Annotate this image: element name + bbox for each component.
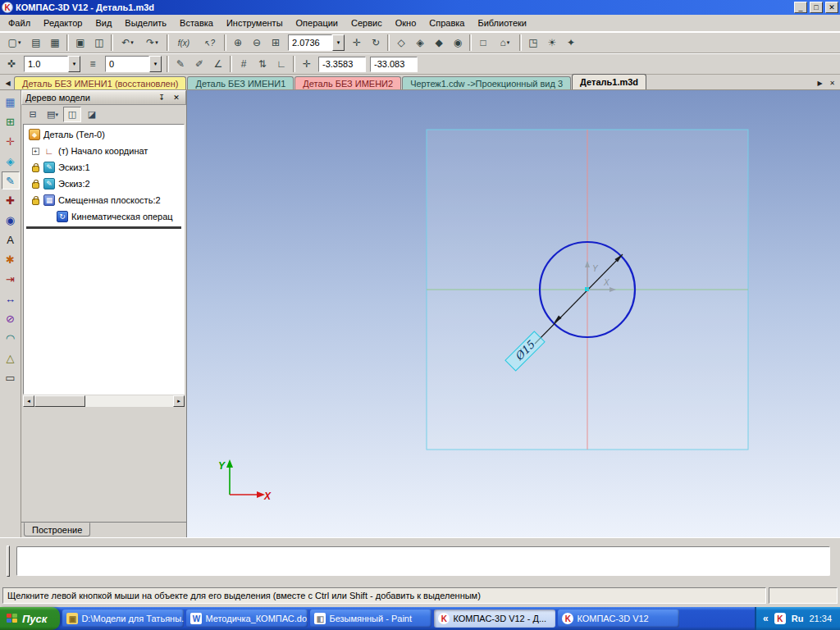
cursor-y-field[interactable]: -33.083 [370,57,418,72]
menu-item-view[interactable]: Вид [89,16,118,30]
toolbar-button-grid-toggle[interactable]: # [235,55,253,73]
tray-kompas-icon[interactable]: K [774,613,786,624]
minimize-button[interactable]: _ [794,2,807,13]
tree-toolbar-button-display-structure[interactable]: ◫ [63,107,81,122]
close-button[interactable]: ✕ [825,2,838,13]
chevron-down-icon[interactable]: ▾ [149,56,162,72]
toolbar-button-snap-settings[interactable]: ✜ [2,55,21,73]
cursor-x-field[interactable]: -3.3583 [318,57,366,72]
pin-icon[interactable]: ↧ [156,93,167,103]
menu-item-insert[interactable]: Вставка [173,16,220,30]
toolbar-button-context-help[interactable]: ↖? [197,34,221,52]
scrollbar-track[interactable] [34,395,173,407]
property-bar-grip[interactable] [7,546,10,577]
doc-tab-detail-noname2[interactable]: Деталь БЕЗ ИМЕНИ2 [294,76,401,89]
doc-tab-detail1-m3d[interactable]: Деталь1.m3d [572,74,646,89]
toolbar-button-display-shaded[interactable]: ◆ [430,34,448,52]
toolbar-button-zoom-in[interactable]: ⊕ [229,34,247,52]
toolbar-button-save-document[interactable]: ▦ [46,34,64,52]
taskbar-button-kompas-active[interactable]: K КОМПАС-3D V12 - Д... [434,609,555,628]
toolbar-button-hide-construction[interactable]: ◳ [524,34,542,52]
side-tool-measure-3d[interactable]: ✎ [2,171,20,189]
tree-toolbar-button-view-composition[interactable]: ▤ [43,107,62,122]
menu-item-file[interactable]: Файл [2,16,37,30]
toolbar-button-undo[interactable]: ↶ [116,34,139,52]
scrollbar-thumb[interactable] [34,395,85,407]
tree-expander-slot[interactable] [30,196,40,205]
toolbar-button-separator[interactable] [230,56,232,72]
toolbar-button-open-document[interactable]: ▤ [27,34,45,52]
tray-chevron-icon[interactable]: « [763,613,769,624]
tab-construction[interactable]: Построение [24,523,90,536]
side-tool-mate[interactable]: ↔ [2,290,20,308]
side-tool-diagnostics[interactable]: ⊘ [2,309,20,327]
viewport-3d[interactable]: Ø15 Y X Y X [187,90,840,537]
toolbar-button-angle-snap[interactable]: ∠ [209,55,227,73]
side-tool-conditional-marks[interactable]: ✱ [2,250,20,268]
scroll-right-icon[interactable]: ▸ [173,395,185,407]
side-tool-arc-tool[interactable]: ◠ [2,329,20,347]
tree-toolbar-button-additional-window[interactable]: ◪ [83,107,101,122]
tree-item-part[interactable]: ◆ Деталь (Тел-0) [24,126,184,143]
toolbar-button-separator[interactable] [293,56,295,72]
side-tool-polyline-tool[interactable]: △ [2,349,20,367]
tree-item-origin[interactable]: + ∟ (т) Начало координат [24,143,184,159]
tree-expander-slot[interactable]: + [30,148,40,155]
tree-item-sketch-2[interactable]: ✎ Эскиз:2 [24,176,184,192]
toolbar-button-print[interactable]: ▣ [71,34,89,52]
tab-close-icon[interactable]: ✕ [826,76,838,89]
toolbar-button-new-document[interactable]: ▢ [2,34,26,52]
menu-item-help[interactable]: Справка [422,16,471,30]
tree-expander-slot[interactable] [30,163,40,172]
menu-item-window[interactable]: Окно [389,16,423,30]
doc-tab-detail-noname1-restored[interactable]: Деталь БЕЗ ИМЕНИ1 (восстановлен) [14,76,186,89]
tab-scroll-left-icon[interactable]: ◀ [2,76,14,89]
titlebar[interactable]: K КОМПАС-3D V12 - Деталь1.m3d _ □ ✕ [0,0,840,15]
toolbar-button-lighting[interactable]: ☀ [543,34,561,52]
tab-scroll-right-icon[interactable]: ▶ [814,76,826,89]
tree-expander-slot[interactable] [30,180,40,189]
toolbar-button-print-preview[interactable]: ◫ [90,34,108,52]
toolbar-button-separator[interactable] [519,34,522,51]
side-tool-surfaces[interactable]: ✛ [2,132,20,150]
tree-item-offset-plane-2[interactable]: ▦ Смещенная плоскость:2 [24,192,184,208]
toolbar-button-variables[interactable]: f(x) [171,34,196,52]
toolbar-button-geometry-calculator[interactable]: ✐ [190,55,208,73]
side-tool-text-tool[interactable]: А [2,231,20,249]
toolbar-button-separator[interactable] [469,34,472,51]
layer-combo[interactable]: 0 ▾ [105,56,162,72]
zoom-combo[interactable]: 2.0736 ▾ [288,34,345,51]
property-bar[interactable] [16,546,830,576]
toolbar-button-separator[interactable] [66,34,69,51]
toolbar-button-pan-view[interactable]: ✛ [348,34,366,52]
toolbar-button-rotate-view[interactable]: ↻ [367,34,385,52]
toolbar-button-separator[interactable] [224,34,226,51]
tree-item-sketch-1[interactable]: ✎ Эскиз:1 [24,159,184,176]
menu-item-editor[interactable]: Редактор [37,16,89,30]
side-tool-specification[interactable]: ◉ [2,211,20,229]
toolbar-button-display-hidden-lines[interactable]: ◈ [411,34,429,52]
toolbar-button-zoom-out[interactable]: ⊖ [248,34,266,52]
toolbar-button-separator[interactable] [111,34,113,51]
rollback-indicator[interactable] [26,226,181,229]
side-tool-model-edit[interactable]: ▦ [2,93,20,111]
toolbar-button-perspective[interactable]: □ [474,34,492,52]
toolbar-button-ortho-mode[interactable]: ∟ [272,55,290,73]
layer-value[interactable]: 0 [105,56,149,72]
side-tool-move-component[interactable]: ⇥ [2,270,20,288]
toolbar-button-display-wireframe[interactable]: ◇ [392,34,410,52]
tree-item-kinematic-operation[interactable]: ↻ Кинематическая операц [24,208,184,225]
side-tool-build-operations[interactable]: ✚ [2,191,20,209]
side-tool-auxiliary-geometry[interactable]: ◈ [2,152,20,170]
toolbar-button-redo[interactable]: ↷ [140,34,164,52]
doc-tab-drawing1[interactable]: Чертеж1.cdw ->Проекционный вид 3 [402,76,571,89]
menu-item-service[interactable]: Сервис [345,16,389,30]
taskbar-button-explorer[interactable]: ▣ D:\Модели для Татьяны... [62,609,184,628]
toolbar-button-copy-object-properties[interactable]: ✎ [171,55,189,73]
close-panel-icon[interactable]: ✕ [171,93,182,103]
toolbar-button-orientation[interactable]: ⌂ [493,34,517,52]
chevron-down-icon[interactable]: ▾ [332,34,345,51]
toolbar-button-separator[interactable] [387,34,390,51]
toolbar-button-separator[interactable] [167,34,169,51]
step-value[interactable]: 1.0 [24,56,68,72]
